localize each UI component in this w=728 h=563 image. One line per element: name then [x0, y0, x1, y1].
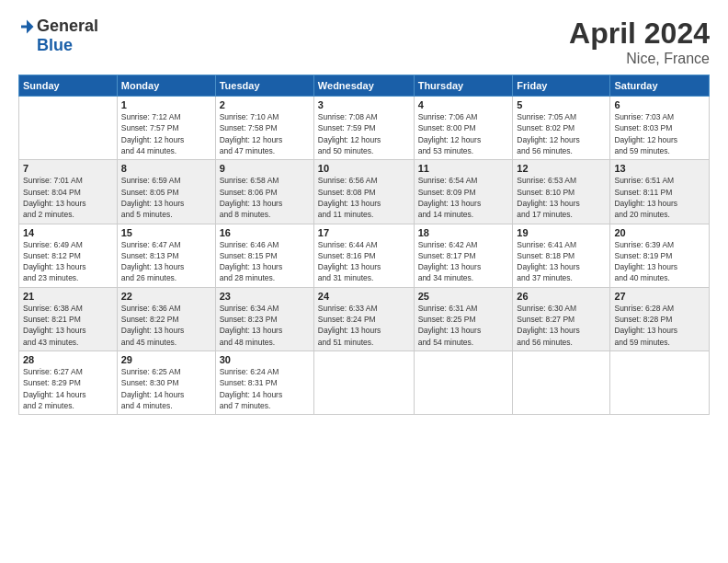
day-cell: 20Sunrise: 6:39 AM Sunset: 8:19 PM Dayli…: [610, 224, 710, 287]
day-number: 20: [614, 227, 705, 238]
day-info: Sunrise: 6:47 AM Sunset: 8:13 PM Dayligh…: [121, 239, 211, 284]
day-cell: 14Sunrise: 6:49 AM Sunset: 8:12 PM Dayli…: [19, 224, 118, 287]
header-cell-tuesday: Tuesday: [215, 75, 313, 97]
day-info: Sunrise: 6:53 AM Sunset: 8:10 PM Dayligh…: [517, 175, 606, 220]
day-number: 15: [121, 227, 211, 238]
day-info: Sunrise: 6:58 AM Sunset: 8:06 PM Dayligh…: [220, 175, 310, 220]
day-info: Sunrise: 6:39 AM Sunset: 8:19 PM Dayligh…: [614, 239, 705, 284]
day-cell: 3Sunrise: 7:08 AM Sunset: 7:59 PM Daylig…: [313, 97, 414, 160]
day-info: Sunrise: 6:38 AM Sunset: 8:21 PM Dayligh…: [23, 303, 113, 348]
week-row-2: 7Sunrise: 7:01 AM Sunset: 8:04 PM Daylig…: [19, 160, 710, 224]
header-cell-saturday: Saturday: [610, 75, 710, 97]
day-number: 23: [220, 291, 310, 302]
header-cell-monday: Monday: [117, 75, 215, 97]
logo-general: General: [37, 17, 98, 36]
day-info: Sunrise: 6:30 AM Sunset: 8:27 PM Dayligh…: [517, 303, 606, 348]
day-number: 18: [418, 227, 509, 238]
day-number: 16: [220, 227, 310, 238]
logo-text: General: [18, 17, 98, 36]
header-cell-wednesday: Wednesday: [313, 75, 414, 97]
week-row-5: 28Sunrise: 6:27 AM Sunset: 8:29 PM Dayli…: [19, 351, 710, 415]
day-info: Sunrise: 7:10 AM Sunset: 7:58 PM Dayligh…: [220, 111, 310, 156]
day-number: 27: [614, 291, 705, 302]
day-number: 14: [23, 227, 113, 238]
day-number: 9: [220, 163, 310, 174]
day-info: Sunrise: 6:51 AM Sunset: 8:11 PM Dayligh…: [614, 175, 705, 220]
day-cell: [313, 351, 414, 415]
day-info: Sunrise: 7:12 AM Sunset: 7:57 PM Dayligh…: [121, 111, 211, 156]
day-info: Sunrise: 7:01 AM Sunset: 8:04 PM Dayligh…: [23, 175, 113, 220]
day-info: Sunrise: 6:49 AM Sunset: 8:12 PM Dayligh…: [23, 239, 113, 284]
day-info: Sunrise: 7:03 AM Sunset: 8:03 PM Dayligh…: [614, 111, 705, 156]
header-cell-friday: Friday: [513, 75, 610, 97]
day-number: 25: [418, 291, 509, 302]
day-cell: 5Sunrise: 7:05 AM Sunset: 8:02 PM Daylig…: [513, 97, 610, 160]
day-number: 22: [121, 291, 211, 302]
calendar-title: April 2024: [569, 17, 710, 51]
header-cell-sunday: Sunday: [19, 75, 118, 97]
header-cell-thursday: Thursday: [414, 75, 513, 97]
day-cell: [19, 97, 118, 160]
day-info: Sunrise: 6:34 AM Sunset: 8:23 PM Dayligh…: [220, 303, 310, 348]
day-number: 2: [220, 99, 310, 110]
day-cell: 9Sunrise: 6:58 AM Sunset: 8:06 PM Daylig…: [215, 160, 313, 224]
day-cell: 16Sunrise: 6:46 AM Sunset: 8:15 PM Dayli…: [215, 224, 313, 287]
calendar-subtitle: Nice, France: [569, 51, 710, 67]
day-info: Sunrise: 7:06 AM Sunset: 8:00 PM Dayligh…: [418, 111, 509, 156]
day-number: 17: [318, 227, 410, 238]
day-cell: 22Sunrise: 6:36 AM Sunset: 8:22 PM Dayli…: [117, 287, 215, 350]
day-number: 7: [23, 163, 113, 174]
day-info: Sunrise: 6:33 AM Sunset: 8:24 PM Dayligh…: [318, 303, 410, 348]
day-info: Sunrise: 6:36 AM Sunset: 8:22 PM Dayligh…: [121, 303, 211, 348]
day-cell: 15Sunrise: 6:47 AM Sunset: 8:13 PM Dayli…: [117, 224, 215, 287]
day-cell: 27Sunrise: 6:28 AM Sunset: 8:28 PM Dayli…: [610, 287, 710, 350]
day-number: 12: [517, 163, 606, 174]
logo-icon: [18, 18, 35, 35]
day-number: 30: [220, 354, 310, 365]
day-cell: 8Sunrise: 6:59 AM Sunset: 8:05 PM Daylig…: [117, 160, 215, 224]
day-number: 24: [318, 291, 410, 302]
day-number: 1: [121, 99, 211, 110]
day-info: Sunrise: 6:27 AM Sunset: 8:29 PM Dayligh…: [23, 366, 113, 411]
logo: General Blue: [18, 17, 98, 55]
day-cell: [610, 351, 710, 415]
day-cell: 6Sunrise: 7:03 AM Sunset: 8:03 PM Daylig…: [610, 97, 710, 160]
day-info: Sunrise: 6:28 AM Sunset: 8:28 PM Dayligh…: [614, 303, 705, 348]
calendar-body: 1Sunrise: 7:12 AM Sunset: 7:57 PM Daylig…: [19, 97, 710, 415]
calendar-header: SundayMondayTuesdayWednesdayThursdayFrid…: [19, 75, 710, 97]
day-number: 8: [121, 163, 211, 174]
day-cell: 13Sunrise: 6:51 AM Sunset: 8:11 PM Dayli…: [610, 160, 710, 224]
calendar-page: General Blue April 2024 Nice, France Sun…: [0, 0, 728, 563]
day-cell: [414, 351, 513, 415]
day-info: Sunrise: 7:05 AM Sunset: 8:02 PM Dayligh…: [517, 111, 606, 156]
week-row-1: 1Sunrise: 7:12 AM Sunset: 7:57 PM Daylig…: [19, 97, 710, 160]
day-cell: 10Sunrise: 6:56 AM Sunset: 8:08 PM Dayli…: [313, 160, 414, 224]
day-number: 10: [318, 163, 410, 174]
calendar-table: SundayMondayTuesdayWednesdayThursdayFrid…: [18, 75, 710, 415]
day-info: Sunrise: 6:44 AM Sunset: 8:16 PM Dayligh…: [318, 239, 410, 284]
day-info: Sunrise: 6:31 AM Sunset: 8:25 PM Dayligh…: [418, 303, 509, 348]
day-number: 28: [23, 354, 113, 365]
day-cell: [513, 351, 610, 415]
day-cell: 21Sunrise: 6:38 AM Sunset: 8:21 PM Dayli…: [19, 287, 118, 350]
svg-marker-0: [21, 19, 34, 33]
day-cell: 18Sunrise: 6:42 AM Sunset: 8:17 PM Dayli…: [414, 224, 513, 287]
day-number: 19: [517, 227, 606, 238]
day-info: Sunrise: 6:42 AM Sunset: 8:17 PM Dayligh…: [418, 239, 509, 284]
day-number: 3: [318, 99, 410, 110]
day-number: 5: [517, 99, 606, 110]
day-info: Sunrise: 6:56 AM Sunset: 8:08 PM Dayligh…: [318, 175, 410, 220]
day-cell: 24Sunrise: 6:33 AM Sunset: 8:24 PM Dayli…: [313, 287, 414, 350]
logo-blue: Blue: [37, 36, 73, 55]
day-cell: 2Sunrise: 7:10 AM Sunset: 7:58 PM Daylig…: [215, 97, 313, 160]
day-number: 4: [418, 99, 509, 110]
day-number: 29: [121, 354, 211, 365]
day-cell: 17Sunrise: 6:44 AM Sunset: 8:16 PM Dayli…: [313, 224, 414, 287]
day-number: 13: [614, 163, 705, 174]
day-number: 11: [418, 163, 509, 174]
day-info: Sunrise: 7:08 AM Sunset: 7:59 PM Dayligh…: [318, 111, 410, 156]
day-info: Sunrise: 6:41 AM Sunset: 8:18 PM Dayligh…: [517, 239, 606, 284]
day-number: 21: [23, 291, 113, 302]
day-cell: 4Sunrise: 7:06 AM Sunset: 8:00 PM Daylig…: [414, 97, 513, 160]
day-cell: 12Sunrise: 6:53 AM Sunset: 8:10 PM Dayli…: [513, 160, 610, 224]
